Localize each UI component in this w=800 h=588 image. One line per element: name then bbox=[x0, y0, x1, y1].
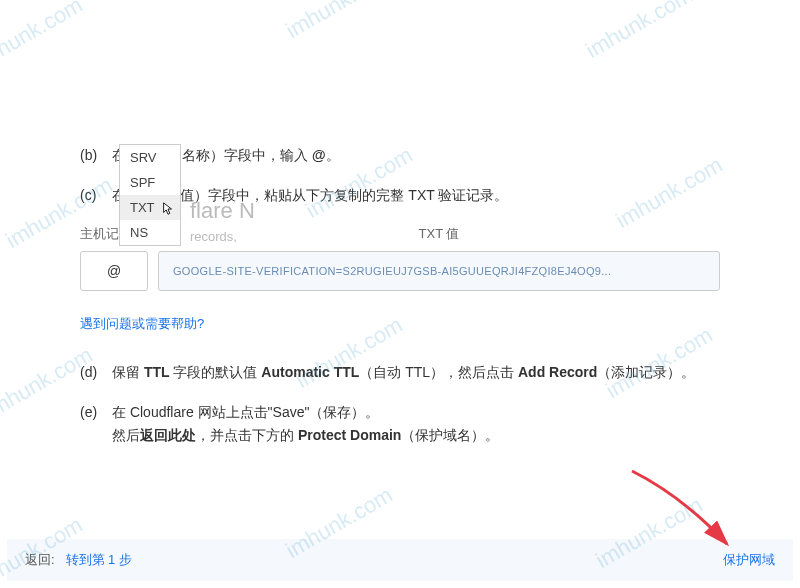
cursor-icon bbox=[162, 202, 174, 216]
header-txt: TXT 值 bbox=[158, 225, 720, 243]
watermark: imhunk.com bbox=[0, 0, 87, 74]
back-step-link[interactable]: 转到第 1 步 bbox=[66, 552, 132, 567]
dropdown-item-label: TXT bbox=[130, 200, 155, 215]
footer-left: 返回: 转到第 1 步 bbox=[25, 551, 132, 569]
protect-domain-button[interactable]: 保护网域 bbox=[723, 551, 775, 569]
help-link[interactable]: 遇到问题或需要帮助? bbox=[80, 315, 204, 333]
host-value-box[interactable]: @ bbox=[80, 251, 148, 291]
step-text: 在 Name（名称）字段中，输入 @。 bbox=[112, 144, 720, 166]
step-d: (d) 保留 TTL 字段的默认值 Automatic TTL（自动 TTL），… bbox=[80, 361, 720, 383]
step-label: (c) bbox=[80, 184, 112, 206]
dropdown-item-srv[interactable]: SRV bbox=[120, 145, 180, 170]
step-label: (b) bbox=[80, 144, 112, 166]
background-subtitle-fragment: records, bbox=[190, 229, 237, 244]
txt-table-row: @ GOOGLE-SITE-VERIFICATION=S2RUGIEUJ7GSB… bbox=[80, 251, 720, 291]
watermark: imhunk.com bbox=[581, 0, 697, 64]
dropdown-item-spf[interactable]: SPF bbox=[120, 170, 180, 195]
dropdown-item-txt[interactable]: TXT bbox=[120, 195, 180, 220]
record-type-dropdown[interactable]: SRV SPF TXT NS bbox=[119, 144, 181, 246]
step-text: 在 Cloudflare 网站上点击"Save"（保存）。 然后返回此处，并点击… bbox=[112, 401, 720, 446]
dropdown-item-ns[interactable]: NS bbox=[120, 220, 180, 245]
back-label: 返回: bbox=[25, 552, 55, 567]
step-label: (e) bbox=[80, 401, 112, 446]
txt-value-box[interactable]: GOOGLE-SITE-VERIFICATION=S2RUGIEUJ7GSB-A… bbox=[158, 251, 720, 291]
step-e: (e) 在 Cloudflare 网站上点击"Save"（保存）。 然后返回此处… bbox=[80, 401, 720, 446]
step-text: 保留 TTL 字段的默认值 Automatic TTL（自动 TTL），然后点击… bbox=[112, 361, 720, 383]
step-label: (d) bbox=[80, 361, 112, 383]
footer-bar: 返回: 转到第 1 步 保护网域 bbox=[7, 539, 793, 581]
watermark: imhunk.com bbox=[281, 0, 397, 44]
background-title-fragment: flare N bbox=[190, 198, 255, 224]
